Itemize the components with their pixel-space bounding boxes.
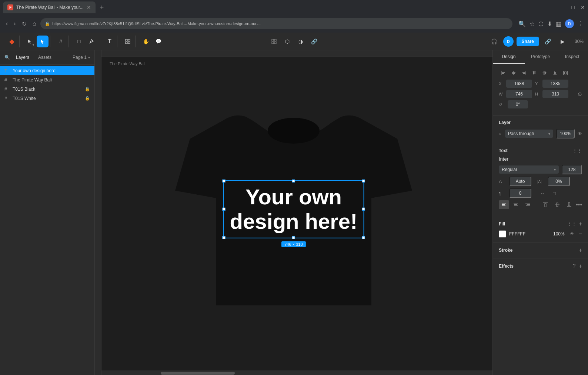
inspect-tab[interactable]: Inspect — [556, 50, 588, 64]
text-vertical-center-button[interactable] — [552, 200, 562, 209]
h-input[interactable] — [542, 90, 568, 98]
design-tab[interactable]: Design — [493, 50, 525, 64]
layer-item-frame[interactable]: # The Pirate Way Bali — [0, 75, 94, 84]
page-chevron-icon[interactable]: ▾ — [88, 56, 90, 60]
component-tool-button[interactable] — [122, 36, 134, 47]
prototype-tab[interactable]: Prototype — [525, 50, 557, 64]
layer-item-t01s-black[interactable]: # T01S Black 🔒 — [0, 84, 94, 94]
rotation-input[interactable] — [508, 100, 528, 108]
corner-handle-br[interactable] — [362, 236, 365, 239]
fill-hex-value[interactable]: FFFFFF — [509, 231, 547, 237]
constrain-ratio-icon[interactable]: ⊙ — [578, 91, 582, 97]
assets-tab[interactable]: Assets — [35, 53, 54, 61]
layer-item-t01s-white[interactable]: # T01S White 🔒 — [0, 94, 94, 103]
text-align-right-button[interactable] — [522, 200, 533, 209]
contrast-button[interactable]: ◑ — [295, 36, 307, 47]
sidebar-icon[interactable]: ▦ — [556, 20, 561, 27]
comment-tool-button[interactable]: 💬 — [153, 36, 164, 47]
share-button[interactable]: Share — [517, 37, 539, 46]
play-button[interactable]: ▶ — [557, 36, 569, 47]
corner-handle-bl[interactable] — [223, 236, 225, 239]
distribute-h-button[interactable] — [561, 68, 570, 77]
text-vertical-top-button[interactable] — [540, 200, 551, 209]
frame-tool-button[interactable]: # — [55, 36, 67, 47]
headphones-icon[interactable]: 🎧 — [488, 36, 500, 47]
layer-item-text[interactable]: T Your own design here! — [0, 66, 94, 75]
auto-size-button[interactable]: ↔ — [537, 189, 548, 198]
canvas[interactable]: The Pirate Way Bali Your owndesign — [95, 50, 492, 375]
fill-color-swatch[interactable] — [499, 230, 506, 238]
tab-close-button[interactable]: ✕ — [87, 4, 91, 10]
font-size-input[interactable] — [562, 165, 582, 174]
plugins-button[interactable]: ⬡ — [281, 36, 293, 47]
download-icon[interactable]: ⬇ — [547, 20, 552, 27]
font-style-selector[interactable]: Regular ▾ — [499, 165, 559, 174]
align-top-button[interactable] — [530, 68, 539, 77]
blend-mode-selector[interactable]: Pass through ▾ — [505, 130, 553, 138]
search-icon[interactable]: 🔍 — [4, 55, 10, 60]
w-input[interactable] — [506, 90, 532, 98]
align-right-button[interactable] — [519, 68, 528, 77]
text-vertical-bottom-button[interactable] — [564, 200, 574, 209]
profile-icon[interactable]: D — [565, 19, 574, 28]
link-copy-button[interactable]: 🔗 — [542, 36, 554, 47]
letter-spacing-input[interactable] — [548, 177, 570, 186]
reload-button[interactable]: ↻ — [20, 19, 28, 29]
extensions-icon[interactable]: ⬡ — [538, 20, 544, 27]
pen-tool-button[interactable] — [86, 36, 97, 47]
new-tab-button[interactable]: + — [100, 4, 104, 11]
corner-handle-mr[interactable] — [362, 208, 365, 211]
paragraph-spacing-input[interactable] — [509, 188, 531, 198]
x-input[interactable] — [506, 80, 532, 88]
visibility-icon[interactable]: 👁 — [578, 131, 582, 136]
text-tool-button[interactable]: T — [104, 36, 116, 47]
design-text-selection[interactable]: Your owndesign here! 746 × 310 — [223, 180, 364, 238]
hand-tool-button[interactable]: ✋ — [140, 36, 152, 47]
text-more-button[interactable]: ••• — [576, 201, 582, 208]
text-options-icon[interactable]: ⋮⋮ — [572, 148, 582, 153]
text-align-center-button[interactable] — [511, 200, 521, 209]
align-left-button[interactable] — [499, 68, 508, 77]
active-tab[interactable]: F The Pirate Way Bali - Make your... ✕ — [3, 1, 96, 13]
corner-handle-ml[interactable] — [223, 208, 225, 211]
stroke-add-button[interactable]: + — [579, 247, 582, 254]
effects-add-button[interactable]: + — [579, 263, 582, 269]
fill-opacity-value[interactable]: 100% — [550, 231, 565, 237]
bookmark-star-icon[interactable]: ☆ — [529, 20, 535, 27]
shape-tool-button[interactable]: □ — [73, 36, 85, 47]
y-input[interactable] — [542, 80, 568, 88]
fill-remove-button[interactable]: − — [579, 231, 582, 237]
corner-handle-tr[interactable] — [362, 179, 365, 182]
corner-handle-tl[interactable] — [223, 179, 225, 182]
svg-rect-29 — [502, 203, 506, 204]
corner-handle-bm[interactable] — [292, 236, 295, 239]
link-button[interactable]: 🔗 — [308, 36, 320, 47]
corner-handle-tm[interactable] — [292, 179, 295, 182]
forward-button[interactable]: › — [12, 19, 17, 29]
align-center-h-button[interactable] — [509, 68, 518, 77]
text-container-button[interactable]: □ — [549, 189, 559, 198]
align-bottom-button[interactable] — [551, 68, 559, 77]
move-tool-button[interactable]: ▼ — [24, 36, 36, 47]
fill-grid-icon[interactable]: ⋮⋮ — [567, 221, 577, 227]
close-button[interactable]: ✕ — [581, 4, 585, 10]
figma-menu-button[interactable]: ◆ — [6, 36, 18, 47]
align-center-v-button[interactable] — [540, 68, 549, 77]
cursor-tool-button[interactable] — [37, 36, 49, 47]
horizontal-scrollbar[interactable] — [101, 371, 492, 375]
maximize-button[interactable]: □ — [572, 4, 575, 10]
text-align-left-button[interactable] — [499, 200, 509, 209]
more-options-icon[interactable]: ⋮ — [578, 20, 584, 27]
layout-grid-button[interactable] — [268, 36, 280, 47]
effects-help-button[interactable]: ? — [573, 263, 576, 269]
home-button[interactable]: ⌂ — [31, 19, 38, 29]
opacity-input[interactable] — [556, 129, 575, 138]
fill-visibility-icon[interactable]: 👁 — [570, 231, 574, 237]
minimize-button[interactable]: — — [561, 4, 566, 10]
url-input[interactable]: 🔒 https://www.figma.com/file/vZr2KjI88c5… — [40, 18, 512, 29]
layers-tab[interactable]: Layers — [13, 53, 32, 61]
back-button[interactable]: ‹ — [4, 19, 9, 29]
search-browser-icon[interactable]: 🔍 — [518, 20, 526, 27]
line-height-input[interactable] — [509, 177, 531, 186]
fill-add-button[interactable]: + — [579, 221, 582, 227]
